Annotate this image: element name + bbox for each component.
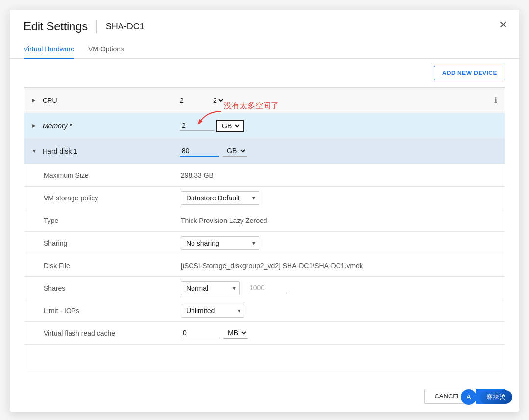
cpu-row: ▶ CPU 2 2 4 8 ℹ (24, 88, 505, 113)
hard-disk-unit-select[interactable]: GB TB MB (223, 146, 247, 157)
shares-label: Shares (44, 284, 181, 292)
limit-iops-value: Unlimited Custom (181, 304, 497, 318)
cpu-value-area: 2 2 4 8 (180, 96, 494, 105)
tab-virtual-hardware[interactable]: Virtual Hardware (24, 40, 74, 59)
watermark-avatar: A (461, 389, 477, 405)
virtual-flash-value-area: 0 MB GB (181, 327, 497, 339)
cpu-input-group: 2 2 4 8 (180, 96, 225, 105)
vm-storage-policy-label: VM storage policy (44, 194, 181, 202)
memory-input-group: 2 GB MB (180, 120, 244, 132)
memory-value-area: 2 GB MB 没有太多空间了 (180, 120, 497, 132)
memory-label: Memory * (43, 122, 180, 130)
sharing-label: Sharing (44, 239, 181, 247)
cpu-value: 2 (180, 97, 209, 104)
hard-disk-label: Hard disk 1 (43, 148, 180, 155)
watermark-badge: A 麻辣烫 (461, 389, 512, 405)
vm-storage-policy-select[interactable]: Datastore Default (181, 191, 259, 205)
memory-unit-select[interactable]: GB MB (219, 122, 241, 130)
maximum-size-value: 298.33 GB (181, 172, 497, 179)
toolbar: ADD NEW DEVICE (10, 59, 519, 87)
maximum-size-label: Maximum Size (44, 172, 181, 179)
memory-row: ▶ Memory * 2 GB MB 没有太多空间了 (24, 113, 505, 139)
maximum-size-row: Maximum Size 298.33 GB (24, 164, 505, 187)
add-new-device-button[interactable]: ADD NEW DEVICE (434, 66, 505, 80)
shares-row: Shares Normal Low High Custom 1000 (24, 277, 505, 299)
hard-disk-row: ▼ Hard disk 1 80 GB TB MB (24, 139, 505, 164)
cpu-info-icon[interactable]: ℹ (494, 96, 497, 105)
virtual-flash-input[interactable]: 0 (181, 328, 220, 338)
type-value: Thick Provision Lazy Zeroed (181, 217, 497, 224)
virtual-flash-unit-select[interactable]: MB GB (224, 327, 248, 339)
watermark-text: 麻辣烫 (480, 390, 512, 404)
hard-disk-expand-icon[interactable]: ▼ (32, 148, 38, 154)
tab-vm-options[interactable]: VM Options (88, 40, 124, 59)
settings-scroll[interactable]: ▶ CPU 2 2 4 8 ℹ ▶ Memory * (24, 88, 505, 362)
vm-storage-policy-select-wrapper: Datastore Default (181, 191, 259, 205)
memory-expand-icon[interactable]: ▶ (32, 123, 38, 128)
hard-disk-value-area: 80 GB TB MB (180, 146, 497, 157)
disk-file-value: [iSCSI-Storage_diskgroup2_vd2] SHA-DC1/S… (181, 262, 497, 270)
dialog-header: Edit Settings SHA-DC1 ✕ (10, 10, 519, 33)
shares-select[interactable]: Normal Low High Custom (181, 281, 240, 295)
type-text: Thick Provision Lazy Zeroed (181, 217, 267, 224)
tabs-bar: Virtual Hardware VM Options (10, 40, 519, 59)
virtual-flash-label: Virtual flash read cache (44, 329, 181, 337)
maximum-size-text: 298.33 GB (181, 172, 214, 179)
sharing-value: No sharing Read-only Read-write (181, 236, 497, 250)
settings-panel: ▶ CPU 2 2 4 8 ℹ ▶ Memory * (24, 87, 505, 371)
shares-select-wrapper: Normal Low High Custom (181, 281, 240, 295)
header-separator (96, 20, 97, 33)
memory-number-input[interactable]: 2 (180, 121, 214, 131)
cpu-dropdown[interactable]: 2 4 8 (211, 96, 225, 105)
disk-file-row: Disk File [iSCSI-Storage_diskgroup2_vd2]… (24, 254, 505, 277)
cpu-label: CPU (43, 97, 180, 104)
disk-file-label: Disk File (44, 262, 181, 270)
virtual-flash-row: Virtual flash read cache 0 MB GB (24, 322, 505, 345)
close-button[interactable]: ✕ (499, 20, 507, 30)
sharing-select-wrapper: No sharing Read-only Read-write (181, 236, 259, 250)
hard-disk-size-input[interactable]: 80 (180, 146, 219, 157)
limit-iops-label: Limit - IOPs (44, 307, 181, 315)
dialog-title: Edit Settings (24, 20, 88, 33)
shares-number-input[interactable]: 1000 (247, 283, 287, 293)
vm-storage-policy-value: Datastore Default (181, 191, 497, 205)
edit-settings-dialog: Edit Settings SHA-DC1 ✕ Virtual Hardware… (10, 10, 519, 412)
cpu-expand-icon[interactable]: ▶ (32, 98, 38, 103)
dialog-footer: CANCEL OK (10, 381, 519, 412)
dialog-subtitle: SHA-DC1 (106, 22, 144, 32)
type-row: Type Thick Provision Lazy Zeroed (24, 209, 505, 232)
memory-unit-box: GB MB (216, 120, 244, 132)
sharing-row: Sharing No sharing Read-only Read-write (24, 232, 505, 254)
sharing-select[interactable]: No sharing Read-only Read-write (181, 236, 259, 250)
shares-value-area: Normal Low High Custom 1000 (181, 281, 497, 295)
vm-storage-policy-row: VM storage policy Datastore Default (24, 187, 505, 209)
limit-iops-select-wrapper: Unlimited Custom (181, 304, 244, 318)
limit-iops-select[interactable]: Unlimited Custom (181, 304, 244, 318)
disk-file-text: [iSCSI-Storage_diskgroup2_vd2] SHA-DC1/S… (181, 262, 363, 270)
limit-iops-row: Limit - IOPs Unlimited Custom (24, 299, 505, 322)
type-label: Type (44, 217, 181, 224)
